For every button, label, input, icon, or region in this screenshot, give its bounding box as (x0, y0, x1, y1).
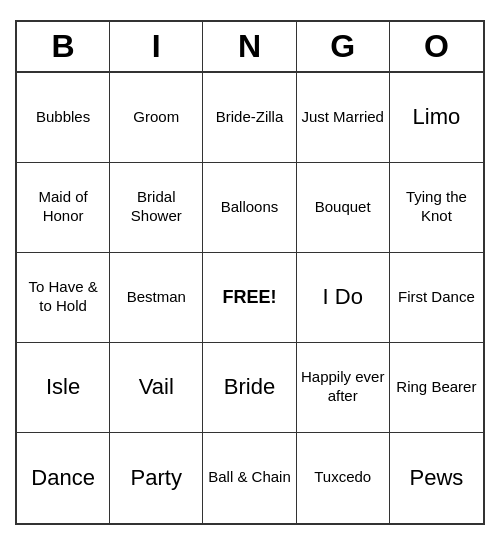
bingo-cell: Bride (203, 343, 296, 433)
bingo-cell: FREE! (203, 253, 296, 343)
bingo-cell: Pews (390, 433, 483, 523)
header-letter: O (390, 22, 483, 71)
bingo-header: BINGO (17, 22, 483, 73)
bingo-cell: Bride-Zilla (203, 73, 296, 163)
bingo-cell: Ring Bearer (390, 343, 483, 433)
bingo-cell: Just Married (297, 73, 390, 163)
bingo-cell: Bouquet (297, 163, 390, 253)
bingo-cell: Bridal Shower (110, 163, 203, 253)
bingo-grid: BubblesGroomBride-ZillaJust MarriedLimoM… (17, 73, 483, 523)
header-letter: N (203, 22, 296, 71)
bingo-cell: Balloons (203, 163, 296, 253)
bingo-cell: Happily ever after (297, 343, 390, 433)
header-letter: G (297, 22, 390, 71)
bingo-cell: Party (110, 433, 203, 523)
bingo-cell: Bubbles (17, 73, 110, 163)
bingo-cell: Bestman (110, 253, 203, 343)
bingo-cell: Groom (110, 73, 203, 163)
bingo-cell: Ball & Chain (203, 433, 296, 523)
bingo-cell: Isle (17, 343, 110, 433)
bingo-cell: First Dance (390, 253, 483, 343)
bingo-cell: Vail (110, 343, 203, 433)
bingo-cell: I Do (297, 253, 390, 343)
bingo-cell: Tuxcedo (297, 433, 390, 523)
bingo-cell: To Have & to Hold (17, 253, 110, 343)
header-letter: B (17, 22, 110, 71)
bingo-cell: Limo (390, 73, 483, 163)
bingo-cell: Tying the Knot (390, 163, 483, 253)
bingo-cell: Dance (17, 433, 110, 523)
header-letter: I (110, 22, 203, 71)
bingo-card: BINGO BubblesGroomBride-ZillaJust Marrie… (15, 20, 485, 525)
bingo-cell: Maid of Honor (17, 163, 110, 253)
